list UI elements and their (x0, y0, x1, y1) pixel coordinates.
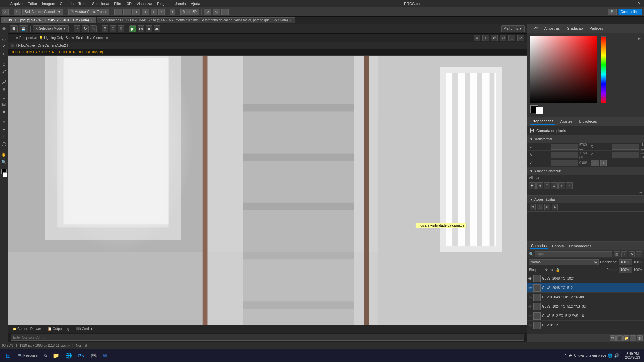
tool-shape[interactable]: ◯ (1, 141, 7, 147)
background-color[interactable] (3, 172, 7, 177)
tool-gradient[interactable]: ▤ (1, 101, 7, 108)
vp-add-btn[interactable]: + (482, 35, 489, 41)
ue-grid-btn[interactable]: ⊞ (102, 25, 108, 32)
tab-build-gpu[interactable]: Build GPu.psd @ 93.7% (GL /S=512 //C=512… (1, 17, 96, 23)
tool-blur[interactable]: ⧫ (1, 108, 7, 115)
output-log-tab[interactable]: 📋 Output Log (45, 326, 72, 332)
viewport-menu-icon[interactable]: ☰ (11, 36, 14, 40)
y-input[interactable] (612, 152, 639, 158)
ue-eject-btn[interactable]: ⏏ (154, 25, 160, 32)
new-group-btn[interactable]: 📁 (623, 335, 629, 341)
fill-input[interactable] (619, 267, 632, 273)
layer-item[interactable]: 👁 GL /S=512 (527, 321, 644, 330)
align-bottom-btn2[interactable]: ⊧ (566, 182, 573, 189)
expand-icon[interactable]: ▶ (638, 36, 641, 41)
align-top-btn[interactable]: ⊥ (142, 9, 149, 15)
menu-camada[interactable]: Camada (58, 1, 76, 6)
tool-move[interactable]: ✥ (1, 25, 7, 32)
tab-camadas[interactable]: Camadas (530, 243, 548, 249)
layer-new-btn[interactable]: + (621, 251, 627, 257)
flip-v-btn[interactable]: ↕ (600, 160, 607, 166)
tool-hand[interactable]: ✋ (1, 151, 7, 158)
taskbar-chrome[interactable]: 🌐 (63, 350, 75, 361)
align-header[interactable]: ▼ Alinhar e distribuir (527, 167, 644, 175)
redo-btn[interactable]: ↻ (213, 9, 220, 15)
taskbar-clock[interactable]: 3:49 PM 2/28/2023 (623, 352, 643, 359)
tab-canais[interactable]: Canais (551, 243, 565, 249)
angle-input[interactable] (551, 160, 578, 166)
show-btn[interactable]: Show (66, 36, 74, 40)
menu-selecionar[interactable]: Selecionar (90, 1, 111, 6)
sel-autom-button[interactable]: Sel. Autom.: Camada ▼ (22, 9, 63, 15)
tool-brush[interactable]: 🖌 (1, 79, 7, 85)
menu-editar[interactable]: Editar (25, 1, 39, 6)
flip-h-btn[interactable]: ↔ (591, 160, 599, 166)
menu-visualizar[interactable]: Visualizar (135, 1, 155, 6)
minimize-icon[interactable]: ─ (622, 1, 628, 6)
lock-position-icon[interactable]: ✥ (544, 267, 548, 273)
qa-btn2[interactable]: ⬛ (537, 204, 543, 210)
mostrar-button[interactable]: ☑ Mostrar Contr. Transf. (68, 9, 110, 15)
delete-layer-btn[interactable]: 🗑 (637, 335, 643, 341)
selection-mode-btn[interactable]: ↖ Selection Mode ▼ (33, 25, 69, 32)
home-button[interactable]: ⌂ (2, 9, 9, 15)
vp-refresh-btn[interactable]: ↺ (491, 35, 498, 41)
ue-play-btn[interactable]: ▶ (129, 25, 136, 32)
tab-padroes[interactable]: Padrões (588, 25, 605, 32)
taskbar-ue[interactable]: 🎮 (88, 350, 100, 361)
layer-visibility-toggle[interactable]: 👁 (528, 323, 532, 327)
tool-selection[interactable]: ▭ (1, 36, 7, 43)
tab-close-active[interactable]: ✕ (90, 19, 93, 22)
qa-btn4[interactable]: ◈ (552, 204, 558, 210)
align-right-btn[interactable]: ⊤ (132, 9, 140, 15)
tab-cor[interactable]: Cor (530, 25, 540, 32)
lighting-only-btn[interactable]: 💡 Lighting Only (39, 36, 63, 40)
menu-filtro[interactable]: Filtro (112, 1, 124, 6)
content-drawer-tab[interactable]: 📁 Content Drawer (9, 326, 44, 332)
vp-expand-btn[interactable]: ⤢ (517, 35, 524, 41)
modo3d-button[interactable]: Modo 3D (180, 9, 199, 15)
layer-more-btn[interactable]: ••• (636, 251, 642, 257)
vp-grid-btn[interactable]: ⊞ (508, 35, 515, 41)
hue-strip[interactable] (601, 36, 606, 103)
tool-wand[interactable]: ⌖ (1, 51, 7, 57)
layer-search-input[interactable] (535, 251, 612, 257)
l-input[interactable] (551, 144, 578, 150)
align-bottom-btn[interactable]: ⊧ (158, 9, 165, 15)
x-input[interactable] (612, 144, 639, 150)
tab-propriedades[interactable]: Propriedades (530, 118, 555, 125)
ue-scale-btn[interactable]: ⤡ (90, 25, 97, 32)
ue-rotate-btn[interactable]: ↻ (82, 25, 89, 32)
align-left-btn[interactable]: ⊢ (529, 182, 536, 189)
blend-mode-select[interactable]: Normal (529, 259, 599, 265)
up-arrow-icon[interactable]: ⌃ (564, 353, 567, 358)
console-input[interactable] (11, 334, 524, 341)
menu-imagem[interactable]: Imagem (40, 1, 57, 6)
ue-translate-btn[interactable]: ↔ (74, 25, 80, 32)
background-swatch[interactable] (536, 107, 543, 114)
tool-lasso[interactable]: ⊻ (1, 43, 7, 50)
layer-settings-btn[interactable]: ⚙ (629, 251, 635, 257)
qa-header[interactable]: ▼ Ações rápidas (527, 196, 644, 203)
tab-gradacao[interactable]: Gradação (565, 25, 585, 32)
vp-settings-btn[interactable]: ⚙ (500, 35, 506, 41)
menu-ajuda[interactable]: Ajuda (189, 1, 202, 6)
tab-amostras[interactable]: Amostras (542, 25, 562, 32)
tab-close-inactive[interactable]: ✕ (289, 19, 292, 22)
layer-visibility-toggle[interactable]: 👁 (528, 295, 532, 299)
home-icon[interactable]: ⌂ (1, 1, 8, 6)
more-options-btn[interactable]: ••• (527, 190, 644, 195)
qa-btn1[interactable]: fx (530, 204, 536, 210)
scalability-btn[interactable]: Scalability: Cinematic (76, 36, 108, 40)
align-left-btn[interactable]: ⊢ (114, 9, 122, 15)
network-icon[interactable]: 🌐 (608, 353, 613, 358)
align-right-btn2[interactable]: ⊤ (544, 182, 550, 189)
lock-all-icon[interactable]: 🔒 (555, 267, 560, 273)
tool-arrow[interactable]: ↖ (14, 9, 21, 15)
align-middle-btn[interactable]: ⊦ (151, 9, 157, 15)
align-top-btn2[interactable]: ⊥ (551, 182, 558, 189)
taskbar-taskview[interactable]: ⧉ (42, 350, 49, 361)
tool-crop[interactable]: ⊡ (1, 61, 7, 68)
color-spectrum[interactable] (530, 36, 597, 103)
menu-janela[interactable]: Janela (173, 1, 188, 6)
